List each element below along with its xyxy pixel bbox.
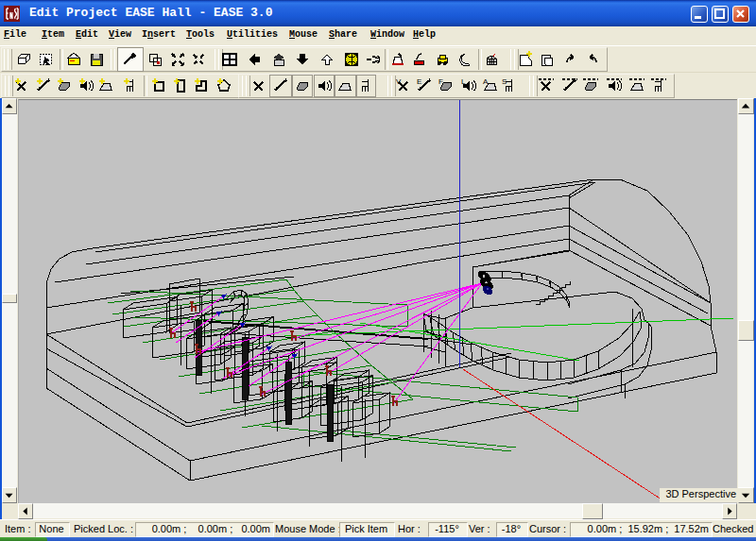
svg-text:E: E	[417, 77, 421, 86]
svg-text:A: A	[483, 77, 489, 86]
svg-text:S: S	[502, 77, 507, 86]
svg-text:F: F	[438, 77, 443, 86]
svg-text:V: V	[396, 77, 402, 86]
svg-text:L: L	[461, 77, 466, 86]
